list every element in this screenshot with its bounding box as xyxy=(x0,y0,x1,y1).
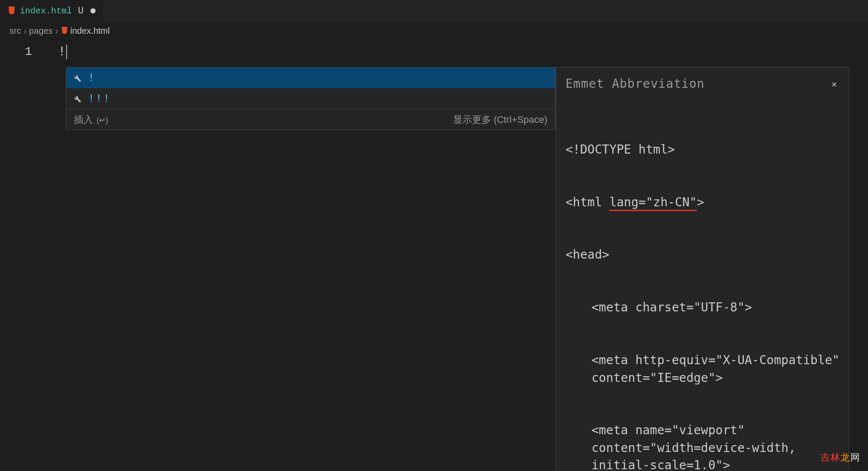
tab-filename: index.html xyxy=(20,6,72,16)
wrench-icon xyxy=(72,94,82,103)
typed-text: ! xyxy=(48,43,66,61)
html5-icon xyxy=(8,6,16,15)
doc-body: <!DOCTYPE html> <html lang="zh-CN"> <hea… xyxy=(566,106,840,471)
html5-icon xyxy=(61,27,68,35)
doc-line: <meta charset="UTF-8"> xyxy=(566,299,840,317)
suggest-item-0[interactable]: ! xyxy=(66,67,555,88)
line-number-gutter: 1 xyxy=(0,40,48,471)
suggest-widget: ! !!! 插入 (↵) 显示更多 (Ctrl+Space) xyxy=(66,67,556,130)
suggest-insert-hint: 插入 (↵) xyxy=(74,113,108,126)
doc-underline: lang="zh-CN" xyxy=(609,195,697,211)
watermark: 吉林龙网 xyxy=(820,451,860,464)
doc-line: <html lang="zh-CN"> xyxy=(566,194,840,211)
tab-git-status: U xyxy=(78,6,84,16)
crumb-src[interactable]: src xyxy=(10,26,21,36)
line-number: 1 xyxy=(0,43,32,61)
doc-line: <meta http-equiv="X-UA-Compatible" conte… xyxy=(566,352,840,387)
crumb-file[interactable]: index.html xyxy=(71,26,110,36)
doc-line: <!DOCTYPE html> xyxy=(566,141,840,159)
enter-key-icon: (↵) xyxy=(96,115,108,125)
chevron-right-icon: › xyxy=(55,26,58,36)
doc-title: Emmet Abbreviation xyxy=(566,75,704,93)
doc-line: <head> xyxy=(566,246,840,264)
wrench-icon xyxy=(72,73,82,83)
suggest-show-more[interactable]: 显示更多 (Ctrl+Space) xyxy=(453,113,547,126)
close-icon[interactable]: ✕ xyxy=(829,77,840,91)
text-cursor xyxy=(66,45,67,59)
suggest-documentation: Emmet Abbreviation ✕ <!DOCTYPE html> <ht… xyxy=(556,67,849,471)
suggest-item-1[interactable]: !!! xyxy=(66,88,555,109)
suggest-footer: 插入 (↵) 显示更多 (Ctrl+Space) xyxy=(66,109,555,130)
doc-line: <meta name="viewport" content="width=dev… xyxy=(566,422,840,471)
editor-tab-index-html[interactable]: index.html U xyxy=(0,0,103,22)
suggest-item-label: !!! xyxy=(88,92,111,105)
crumb-pages[interactable]: pages xyxy=(29,26,53,36)
chevron-right-icon: › xyxy=(24,26,27,36)
tab-bar: index.html U xyxy=(0,0,868,22)
tab-dirty-indicator xyxy=(90,8,96,13)
suggest-item-label: ! xyxy=(88,71,96,84)
breadcrumb[interactable]: src › pages › index.html xyxy=(0,22,868,40)
